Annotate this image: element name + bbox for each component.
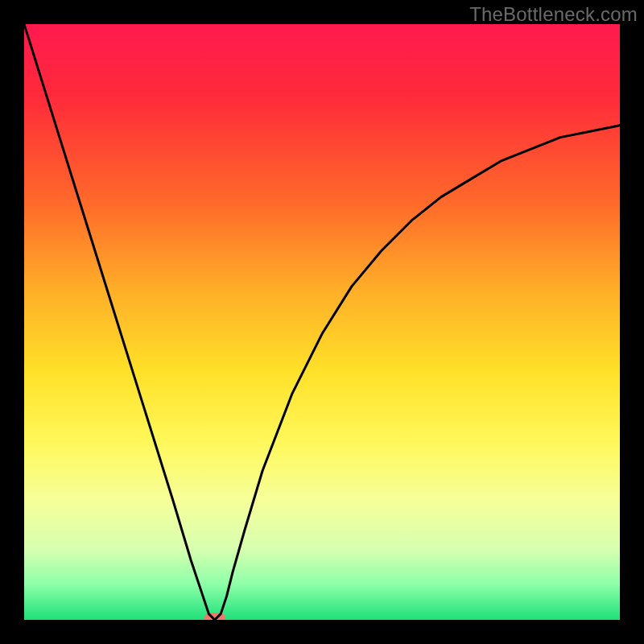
plot-area: [24, 24, 620, 620]
watermark-text: TheBottleneck.com: [469, 3, 638, 26]
chart-svg: [24, 24, 620, 620]
gradient-background: [24, 24, 620, 620]
chart-frame: TheBottleneck.com: [0, 0, 644, 644]
